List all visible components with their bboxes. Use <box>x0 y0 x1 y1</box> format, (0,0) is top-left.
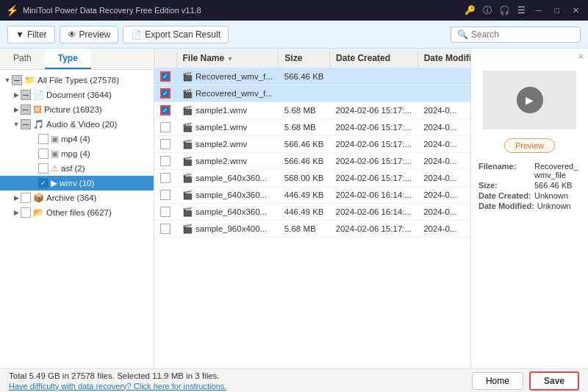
file-type-icon: 🎬 <box>182 88 193 99</box>
tree-item-archive[interactable]: ▶ 📦 Archive (364) <box>0 190 154 205</box>
tree-item-mp4[interactable]: ▣ mp4 (4) <box>0 132 154 146</box>
tree-item-picture[interactable]: ▶ ─ 🖼 Picture (16923) <box>0 102 154 117</box>
file-type-icon: 🎬 <box>182 71 193 82</box>
checkbox-other[interactable] <box>21 207 31 218</box>
table-row[interactable]: ✓🎬Recovered_wmv_f... <box>154 85 470 102</box>
minimize-button[interactable]: ─ <box>533 6 545 15</box>
checkbox-mpg[interactable] <box>38 149 49 159</box>
circle-icon[interactable]: ⓘ <box>483 4 492 17</box>
tree-label-picture: Picture (16923) <box>44 105 102 114</box>
row-date-modified <box>417 85 470 102</box>
row-date-modified <box>417 68 470 85</box>
row-checkbox[interactable] <box>160 122 171 132</box>
row-filename: 🎬sample_640x360... <box>176 187 279 204</box>
headphone-icon[interactable]: 🎧 <box>499 5 510 15</box>
selected-text: Selected 11.9 MB in 3 files. <box>117 371 219 380</box>
row-checkbox[interactable] <box>160 207 171 217</box>
table-row[interactable]: ✓🎬Recovered_wmv_f...566.46 KB <box>154 68 470 85</box>
checkbox-archive[interactable] <box>21 193 31 203</box>
col-filename[interactable]: File Name ▼ <box>176 49 279 68</box>
info-value-datemodified: Unknown <box>537 202 571 210</box>
row-checkbox[interactable]: ✓ <box>160 105 171 115</box>
close-button[interactable]: ✕ <box>570 6 582 15</box>
table-row[interactable]: 🎬sample_640x360...568.00 KB2024-02-06 15… <box>154 170 470 187</box>
file-type-icon: 🎬 <box>182 207 193 217</box>
row-size: 5.68 MB <box>279 221 330 238</box>
tree-item-wmv[interactable]: ✓ ▶ wmv (10) <box>0 176 154 190</box>
table-row[interactable]: 🎬sample2.wmv566.46 KB2024-02-06 15:17:..… <box>154 153 470 170</box>
preview-button[interactable]: 👁 Preview <box>60 26 119 43</box>
row-date-modified: 2024-0... <box>417 204 470 221</box>
tree-item-all[interactable]: ▼ ─ 📁 All File Types (27578) <box>0 73 154 88</box>
row-date-created: 2024-02-06 15:17:... <box>330 119 418 136</box>
tree-item-other[interactable]: ▶ 📂 Other files (6627) <box>0 205 154 220</box>
app-logo-icon: ⚡ <box>6 4 18 16</box>
row-checkbox-cell: ✓ <box>154 102 176 119</box>
row-date-created <box>330 68 418 85</box>
row-checkbox-cell <box>154 221 176 238</box>
info-row-filename: Filename: Recovered_wmv_file <box>478 162 581 179</box>
row-checkbox[interactable] <box>160 139 171 149</box>
row-filename: 🎬sample1.wmv <box>176 102 279 119</box>
file-type-icon: 🎬 <box>182 190 193 200</box>
filter-button[interactable]: ▼ Filter <box>7 26 55 43</box>
row-date-created: 2024-02-06 16:14:... <box>330 187 418 204</box>
col-datemodified[interactable]: Date Modified <box>417 49 470 68</box>
row-filename: 🎬sample_640x360... <box>176 170 279 187</box>
status-bar: Total 5.49 GB in 27578 files. Selected 1… <box>0 368 588 392</box>
help-link[interactable]: Have difficulty with data recovery? Clic… <box>9 382 226 391</box>
table-row[interactable]: 🎬sample1.wmv5.68 MB2024-02-06 15:17:...2… <box>154 119 470 136</box>
preview-close-button[interactable]: × <box>578 51 584 62</box>
row-checkbox[interactable] <box>160 156 171 166</box>
checkbox-asf[interactable] <box>38 163 49 174</box>
row-size <box>279 85 330 102</box>
tree-item-document[interactable]: ▶ ─ 📄 Document (3644) <box>0 88 154 102</box>
tree-item-audiovideo[interactable]: ▼ ─ 🎵 Audio & Video (20) <box>0 117 154 132</box>
menu-icon[interactable]: ☰ <box>517 5 526 15</box>
play-icon: ▶ <box>517 87 543 113</box>
row-checkbox[interactable] <box>160 224 171 234</box>
search-input[interactable] <box>471 29 574 40</box>
tab-type[interactable]: Type <box>45 49 91 69</box>
row-date-modified: 2024-0... <box>417 170 470 187</box>
preview-media-button[interactable]: Preview <box>504 138 555 153</box>
maximize-button[interactable]: □ <box>551 6 562 15</box>
tabs: Path Type <box>0 49 154 70</box>
export-button[interactable]: 📄 Export Scan Result <box>123 26 229 43</box>
row-checkbox[interactable]: ✓ <box>160 71 171 82</box>
row-filename: 🎬Recovered_wmv_f... <box>176 85 279 102</box>
checkbox-doc[interactable]: ─ <box>21 90 31 100</box>
table-row[interactable]: 🎬sample_640x360...446.49 KB2024-02-06 16… <box>154 187 470 204</box>
tree-item-mpg[interactable]: ▣ mpg (4) <box>0 146 154 161</box>
table-row[interactable]: 🎬sample2.wmv566.46 KB2024-02-06 15:17:..… <box>154 136 470 153</box>
save-button[interactable]: Save <box>529 371 579 391</box>
file-table-body: ✓🎬Recovered_wmv_f...566.46 KB✓🎬Recovered… <box>154 68 470 238</box>
tree-label-mp4: mp4 (4) <box>61 135 90 143</box>
checkbox-av[interactable]: ─ <box>21 119 31 129</box>
tab-path[interactable]: Path <box>0 49 45 69</box>
info-value-datecreated: Unknown <box>534 191 568 200</box>
table-row[interactable]: 🎬sample_640x360...446.49 KB2024-02-06 16… <box>154 204 470 221</box>
table-row[interactable]: ✓🎬sample1.wmv5.68 MB2024-02-06 15:17:...… <box>154 102 470 119</box>
row-checkbox[interactable] <box>160 173 171 183</box>
col-size[interactable]: Size <box>279 49 330 68</box>
row-filename: 🎬sample1.wmv <box>176 119 279 136</box>
table-row[interactable]: 🎬sample_960x400...5.68 MB2024-02-06 15:1… <box>154 221 470 238</box>
row-date-created: 2024-02-06 15:17:... <box>330 153 418 170</box>
checkbox-all[interactable]: ─ <box>12 75 22 85</box>
checkbox-pic[interactable]: ─ <box>21 104 31 115</box>
checkbox-wmv[interactable]: ✓ <box>38 178 49 188</box>
tree-item-asf[interactable]: ⚠ asf (2) <box>0 161 154 176</box>
key-icon[interactable]: 🔑 <box>465 5 476 15</box>
asf-icon: ⚠ <box>51 163 59 174</box>
table-header-row: File Name ▼ Size Date Created Date Modif… <box>154 49 470 68</box>
checkbox-mp4[interactable] <box>38 134 49 144</box>
row-date-created: 2024-02-06 15:17:... <box>330 136 418 153</box>
file-type-icon: 🎬 <box>182 122 193 132</box>
home-button[interactable]: Home <box>472 372 523 390</box>
col-datecreated[interactable]: Date Created <box>330 49 418 68</box>
mpg-icon: ▣ <box>51 149 59 159</box>
row-checkbox[interactable] <box>160 190 171 200</box>
total-text: Total 5.49 GB in 27578 files. <box>9 371 115 380</box>
row-checkbox[interactable]: ✓ <box>160 88 171 99</box>
